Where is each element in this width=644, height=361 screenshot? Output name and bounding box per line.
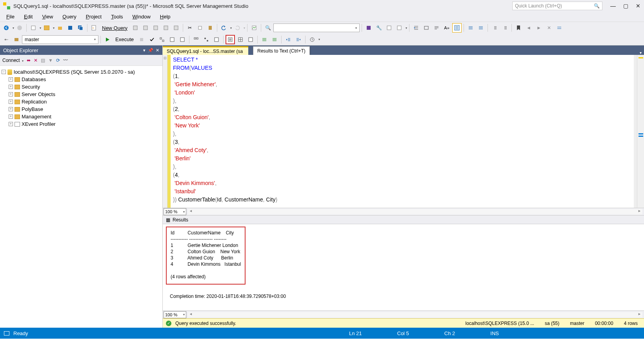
analysis-services-xmla-button[interactable] [161, 23, 171, 33]
menu-help[interactable]: Help [156, 13, 175, 21]
include-actual-plan-button[interactable] [191, 35, 201, 44]
uncomment-selection-button[interactable] [270, 35, 279, 44]
more-button[interactable] [555, 23, 564, 33]
include-live-statistics-button[interactable] [202, 35, 211, 44]
refresh-icon[interactable]: ⟳ [56, 58, 60, 63]
dropdown-icon[interactable]: ▾ [13, 26, 14, 30]
comment-selection-button[interactable] [260, 35, 269, 44]
intellisense-button[interactable] [178, 35, 187, 44]
menu-project[interactable]: Project [82, 13, 106, 21]
results-to-file-button[interactable] [246, 35, 255, 44]
dropdown-icon[interactable]: ▾ [318, 38, 320, 41]
results-to-grid-button[interactable] [236, 35, 245, 44]
connect-button[interactable]: Connect ▾ [2, 58, 24, 63]
next-bookmark-button[interactable]: ► [534, 23, 544, 33]
object-explorer-tree[interactable]: − localhost\SQLEXPRESS (SQL Server 15.0.… [0, 66, 162, 130]
include-client-statistics-button[interactable] [212, 35, 221, 44]
window-button[interactable] [395, 23, 404, 33]
decrease-indent2-button[interactable] [490, 23, 499, 33]
dropdown-icon[interactable]: ▾ [244, 26, 245, 30]
pin-icon[interactable]: 📌 [148, 48, 153, 53]
execute-button[interactable]: Execute [113, 36, 136, 42]
copy-button[interactable] [195, 23, 205, 33]
tree-node-server-objects[interactable]: +Server Objects [2, 91, 161, 98]
file-tab[interactable]: SQLQuery1.sql - loc...SS.master (sa [163, 46, 248, 55]
quick-launch-input[interactable]: Quick Launch (Ctrl+Q) 🔍 [512, 2, 602, 10]
dropdown-icon[interactable]: ▾ [406, 26, 407, 30]
new-query-button[interactable]: New Query [100, 25, 130, 31]
database-combo[interactable]: master▾ [22, 35, 98, 44]
window-position-icon[interactable]: ▾ [143, 48, 146, 53]
new-project-button[interactable] [55, 23, 65, 33]
activity-monitor-button[interactable] [249, 23, 259, 33]
prev-bookmark-button[interactable]: ◄ [524, 23, 533, 33]
cut-button[interactable]: ✂ [185, 23, 195, 33]
decrease-indent3-button[interactable] [284, 35, 293, 44]
filter2-icon[interactable]: ▼ [48, 58, 53, 63]
filter-icon[interactable]: ▤ [41, 58, 45, 63]
font-button[interactable]: A» [442, 23, 451, 33]
query-options-button[interactable] [167, 35, 177, 44]
stop-icon[interactable]: ✕ [34, 58, 38, 63]
close-button[interactable]: ✕ [635, 3, 641, 9]
expand-icon[interactable]: + [9, 100, 13, 104]
dropdown-icon[interactable]: ▾ [53, 26, 55, 30]
save-button[interactable] [65, 23, 75, 33]
undo-button[interactable] [219, 23, 229, 33]
paste-button[interactable] [206, 23, 215, 33]
whitespace-button[interactable] [432, 23, 441, 33]
save-all-button[interactable] [76, 23, 85, 33]
tree-node-databases[interactable]: +Databases [2, 76, 161, 83]
activity-icon[interactable]: 〰 [63, 58, 68, 63]
open-button[interactable] [42, 23, 51, 33]
find-button[interactable]: 🔍 [263, 23, 273, 33]
database-engine-query-button[interactable] [131, 23, 140, 33]
redo-button[interactable] [233, 23, 242, 33]
bookmark-button[interactable] [514, 23, 523, 33]
split-gripper-icon[interactable] [634, 55, 637, 208]
increase-indent-button[interactable] [411, 23, 421, 33]
wrench-icon[interactable]: 🔧 [374, 23, 384, 33]
tree-server-node[interactable]: − localhost\SQLEXPRESS (SQL Server 15.0.… [2, 68, 161, 76]
menu-file[interactable]: File [2, 13, 18, 21]
parse-button[interactable] [147, 35, 156, 44]
toggle-word-wrap-button[interactable] [422, 23, 431, 33]
minimize-button[interactable]: — [610, 3, 616, 9]
close-panel-icon[interactable]: ✕ [156, 48, 159, 53]
new-query-icon[interactable]: + [89, 23, 99, 33]
display-plan-button[interactable] [157, 35, 167, 44]
menu-edit[interactable]: Edit [20, 13, 36, 21]
expand-icon[interactable]: + [9, 107, 13, 111]
menu-tools[interactable]: Tools [107, 13, 127, 21]
tabs-dropdown-icon[interactable]: ▾ [637, 51, 644, 55]
code-zoom-combo[interactable]: 100 %▾ [164, 208, 186, 215]
available-databases-icon[interactable] [12, 35, 21, 44]
results-to-text-button[interactable] [226, 35, 235, 44]
line-numbers-button[interactable] [452, 23, 462, 33]
menu-view[interactable]: View [38, 13, 57, 21]
outline-gutter[interactable]: ⊟ [163, 55, 167, 208]
new-item-button[interactable] [29, 23, 38, 33]
stop-button[interactable] [137, 35, 146, 44]
code-editor[interactable]: ⊟ SELECT * FROM(VALUES (1, 'Gertie Miche… [163, 55, 644, 208]
change-connection-button[interactable] [2, 35, 11, 44]
code-scrollbar[interactable] [637, 55, 644, 208]
code-text[interactable]: SELECT * FROM(VALUES (1, 'Gertie Michene… [171, 55, 634, 208]
horizontal-scrollbar[interactable]: ◄ ► [188, 209, 642, 214]
tree-node-security[interactable]: +Security [2, 83, 161, 91]
activity-button[interactable] [384, 23, 394, 33]
tree-node-xevent-profiler[interactable]: +XEvent Profiler [2, 120, 161, 128]
clear-bookmarks-button[interactable]: ✕ [544, 23, 554, 33]
analysis-services-mdx-button[interactable] [141, 23, 150, 33]
menu-window[interactable]: Window [129, 13, 155, 21]
nav-forward-button[interactable] [15, 23, 24, 33]
expand-icon[interactable]: + [9, 77, 13, 82]
specify-values-button[interactable] [307, 35, 317, 44]
nav-back-button[interactable] [2, 23, 11, 33]
horizontal-scrollbar[interactable]: ◄ ► [188, 312, 642, 317]
maximize-button[interactable]: ▢ [623, 3, 628, 9]
tree-node-polybase[interactable]: +PolyBase [2, 105, 161, 113]
comment-button[interactable] [466, 23, 475, 33]
expand-icon[interactable]: + [9, 92, 13, 96]
tree-node-replication[interactable]: +Replication [2, 98, 161, 105]
